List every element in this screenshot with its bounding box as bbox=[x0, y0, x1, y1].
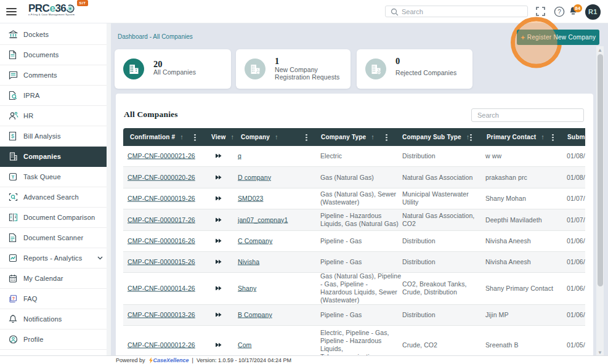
svg-text:?: ? bbox=[557, 9, 561, 15]
svg-text:T: T bbox=[12, 174, 15, 180]
svg-text:$: $ bbox=[11, 133, 14, 139]
svg-text:?: ? bbox=[12, 296, 15, 301]
